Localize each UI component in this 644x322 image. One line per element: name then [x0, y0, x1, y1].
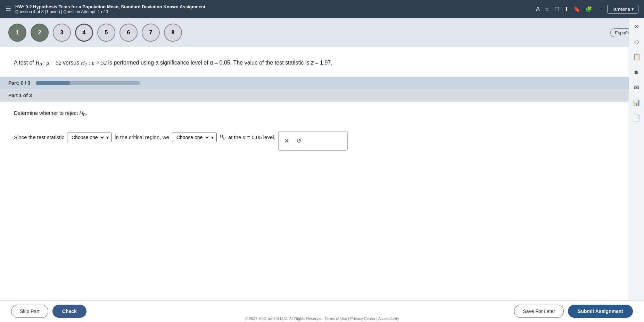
- user-name: Tamesha: [612, 7, 630, 12]
- part-label: Part 1 of 3: [0, 89, 644, 102]
- message-icon[interactable]: ✉: [631, 82, 642, 93]
- dropdown1-select[interactable]: Choose one is is not: [70, 134, 105, 141]
- browser-icons: A ☆ ☐ ⬆ 🔖 🧩 ···: [536, 6, 602, 12]
- infinity-icon[interactable]: ∞: [631, 21, 642, 32]
- save-for-later-button[interactable]: Save For Later: [514, 305, 564, 318]
- dropdown1-arrow-icon: ▾: [106, 135, 109, 140]
- question-nav-btn-6[interactable]: 6: [119, 24, 138, 42]
- browser-bar-left: ☰ HW: 9.2 Hypothesis Tests for a Populat…: [6, 4, 205, 14]
- main-content: A test of H0 : μ = 52 versus H1 : μ > 52…: [0, 47, 644, 311]
- dropdown2-select[interactable]: Choose one reject do not reject: [175, 134, 210, 141]
- chart-icon[interactable]: 📊: [631, 97, 642, 108]
- right-sidebar: ∞ ◇ 📋 🖩 ✉ 📊 📄: [629, 18, 644, 322]
- share-icon[interactable]: ⬆: [564, 6, 569, 12]
- diamond-icon[interactable]: ◇: [631, 36, 642, 47]
- more-icon[interactable]: ···: [597, 6, 602, 12]
- footer-right: Save For Later Submit Assignment: [514, 305, 633, 318]
- question-body: Determine whether to reject H0. Since th…: [0, 102, 644, 159]
- part-progress-label: Part: 0 / 3: [8, 80, 30, 86]
- question-nav-btn-1[interactable]: ✓1: [8, 24, 26, 42]
- question-nav-left: ✓1✓2345678: [8, 24, 182, 42]
- hw-title: HW: 9.2 Hypothesis Tests for a Populatio…: [15, 4, 205, 9]
- browser-bar: ☰ HW: 9.2 Hypothesis Tests for a Populat…: [0, 0, 644, 18]
- part-progress-bar: Part: 0 / 3: [0, 77, 644, 89]
- answer-input-area: ✕ ↺: [278, 131, 348, 151]
- bookmark-icon[interactable]: 🔖: [573, 6, 580, 12]
- question-nav-btn-4[interactable]: 4: [75, 24, 93, 42]
- h0-label: H0 : μ = 52: [35, 60, 61, 66]
- user-button[interactable]: Tamesha ▾: [607, 5, 638, 14]
- h1-label: H1 : μ > 52: [81, 60, 107, 66]
- extensions-icon[interactable]: 🧩: [585, 6, 592, 12]
- footer-left: Skip Part Check: [11, 305, 86, 318]
- sentence-row: Since the test statistic Choose one is i…: [14, 124, 630, 151]
- question-nav-btn-8[interactable]: 8: [164, 24, 182, 42]
- question-nav-btn-7[interactable]: 7: [142, 24, 160, 42]
- question-nav-btn-3[interactable]: 3: [53, 24, 71, 42]
- skip-part-button[interactable]: Skip Part: [11, 305, 48, 318]
- calculator-icon[interactable]: 🖩: [631, 67, 642, 78]
- hamburger-icon[interactable]: ☰: [6, 5, 11, 13]
- question-nav-btn-2[interactable]: ✓2: [31, 24, 49, 42]
- dropdown1-container[interactable]: Choose one is is not ▾: [67, 133, 112, 142]
- dropdown2-container[interactable]: Choose one reject do not reject ▾: [172, 133, 217, 142]
- question-nav-btn-5[interactable]: 5: [97, 24, 115, 42]
- copyright-text: © 2024 McGraw Hill LLC. All Rights Reser…: [245, 316, 399, 322]
- progress-bar-track: [36, 81, 140, 85]
- check-button[interactable]: Check: [52, 305, 86, 318]
- clear-button[interactable]: ✕: [284, 137, 289, 145]
- question-text: A test of H0 : μ = 52 versus H1 : μ > 52…: [0, 47, 644, 77]
- star-icon[interactable]: ☆: [545, 6, 550, 12]
- question-nav: ✓1✓2345678 Español: [0, 18, 644, 47]
- sentence-middle: in the critical region, we: [115, 134, 169, 140]
- check-mark-icon: ✓: [8, 24, 11, 28]
- refresh-button[interactable]: ↺: [296, 137, 302, 145]
- submit-assignment-button[interactable]: Submit Assignment: [568, 305, 633, 318]
- font-icon[interactable]: A: [536, 6, 540, 12]
- determine-instruction: Determine whether to reject H0.: [14, 110, 630, 117]
- dropdown2-arrow-icon: ▾: [211, 135, 214, 140]
- sentence-end: at the α = 0.05 level.: [228, 134, 275, 140]
- sentence-start: Since the test statistic: [14, 134, 64, 140]
- window-icon[interactable]: ☐: [554, 6, 559, 12]
- user-chevron-icon: ▾: [631, 7, 634, 12]
- h0-inline-label: H0: [220, 134, 225, 141]
- browser-bar-right: A ☆ ☐ ⬆ 🔖 🧩 ··· Tamesha ▾: [536, 5, 638, 14]
- question-statement: A test of H0 : μ = 52 versus H1 : μ > 52…: [14, 60, 332, 66]
- document-icon[interactable]: 📄: [631, 112, 642, 124]
- notes-icon[interactable]: 📋: [631, 51, 642, 62]
- question-attempt-info: Question 4 of 8 (1 point) | Question Att…: [15, 9, 205, 14]
- check-mark-icon: ✓: [31, 24, 34, 28]
- progress-bar-fill: [36, 81, 70, 85]
- browser-bar-title: HW: 9.2 Hypothesis Tests for a Populatio…: [15, 4, 205, 14]
